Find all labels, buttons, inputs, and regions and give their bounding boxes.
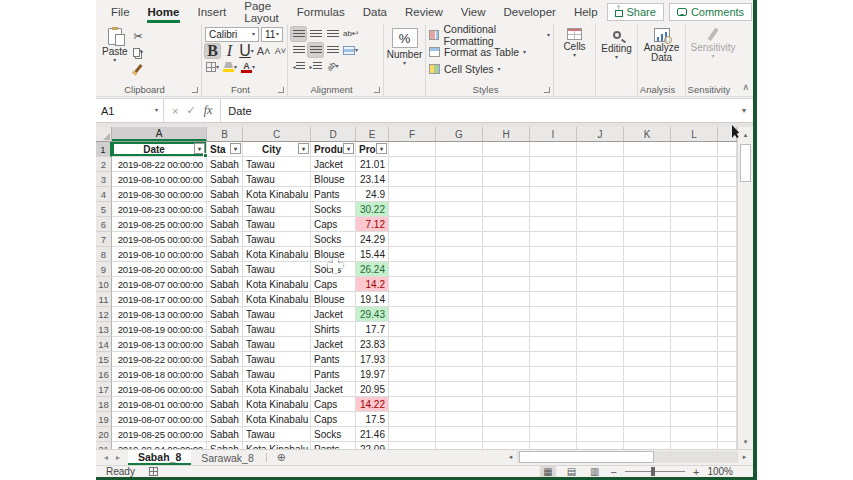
font-color-button[interactable]: A▾: [240, 60, 256, 74]
cell-A15[interactable]: 2019-08-22 00:00:00: [112, 352, 207, 367]
cell-J14[interactable]: [577, 337, 624, 352]
ribbon-tab-insert[interactable]: Insert: [188, 0, 235, 24]
cell-D3[interactable]: Blouse: [311, 172, 356, 187]
cell-D4[interactable]: Pants: [311, 187, 356, 202]
cell-C15[interactable]: Tawau: [243, 352, 311, 367]
cell-D7[interactable]: Socks: [311, 232, 356, 247]
cell-J5[interactable]: [577, 202, 624, 217]
cell-J8[interactable]: [577, 247, 624, 262]
cell-A16[interactable]: 2019-08-18 00:00:00: [112, 367, 207, 382]
cell-F16[interactable]: [389, 367, 436, 382]
merge-center-button[interactable]: ▾: [342, 43, 359, 57]
cell-A3[interactable]: 2019-08-10 00:00:00: [112, 172, 207, 187]
cell-L10[interactable]: [671, 277, 718, 292]
cell-E20[interactable]: 21.46: [356, 427, 389, 442]
cell-I6[interactable]: [530, 217, 577, 232]
cell-C10[interactable]: Kota Kinabalu: [243, 277, 311, 292]
scroll-down-icon[interactable]: ▾: [738, 434, 753, 449]
cell-E9[interactable]: 26.24: [356, 262, 389, 277]
zoom-level[interactable]: 100%: [707, 466, 733, 477]
cell-E3[interactable]: 23.14: [356, 172, 389, 187]
normal-view-icon[interactable]: ▦: [540, 466, 555, 477]
column-header-B[interactable]: B: [207, 127, 243, 141]
cell-M4[interactable]: [718, 187, 737, 202]
cell-B21[interactable]: Sabah: [207, 442, 243, 449]
cell-A11[interactable]: 2019-08-17 00:00:00: [112, 292, 207, 307]
row-header-2[interactable]: 2: [96, 157, 112, 172]
cell-F11[interactable]: [389, 292, 436, 307]
cell-A21[interactable]: 2019-08-04 00:00:00: [112, 442, 207, 449]
cell-M10[interactable]: [718, 277, 737, 292]
cell-E14[interactable]: 23.83: [356, 337, 389, 352]
cell-L20[interactable]: [671, 427, 718, 442]
cell-K13[interactable]: [624, 322, 671, 337]
cell-G17[interactable]: [436, 382, 483, 397]
cell-F12[interactable]: [389, 307, 436, 322]
cell-L2[interactable]: [671, 157, 718, 172]
cell-J10[interactable]: [577, 277, 624, 292]
cell-H17[interactable]: [483, 382, 530, 397]
fill-handle[interactable]: [203, 153, 208, 158]
cell-M1[interactable]: [718, 142, 737, 157]
cell-B14[interactable]: Sabah: [207, 337, 243, 352]
cell-B4[interactable]: Sabah: [207, 187, 243, 202]
cell-F19[interactable]: [389, 412, 436, 427]
vertical-scrollbar[interactable]: ▴ ▾: [737, 127, 753, 449]
cell-I13[interactable]: [530, 322, 577, 337]
cell-D11[interactable]: Blouse: [311, 292, 356, 307]
cell-A12[interactable]: 2019-08-13 00:00:00: [112, 307, 207, 322]
cell-J21[interactable]: [577, 442, 624, 449]
cell-I17[interactable]: [530, 382, 577, 397]
cell-G8[interactable]: [436, 247, 483, 262]
cell-B7[interactable]: Sabah: [207, 232, 243, 247]
zoom-out-icon[interactable]: −: [611, 466, 617, 478]
align-left-button[interactable]: [291, 43, 306, 57]
cell-I2[interactable]: [530, 157, 577, 172]
cell-E18[interactable]: 14.22: [356, 397, 389, 412]
cell-E17[interactable]: 20.95: [356, 382, 389, 397]
cell-H16[interactable]: [483, 367, 530, 382]
cell-L3[interactable]: [671, 172, 718, 187]
grow-font-button[interactable]: A˄: [256, 44, 271, 58]
cell-M15[interactable]: [718, 352, 737, 367]
filter-header-cell-B1[interactable]: Sta▾: [207, 142, 243, 157]
cell-C2[interactable]: Tawau: [243, 157, 311, 172]
cell-D20[interactable]: Socks: [311, 427, 356, 442]
cell-H18[interactable]: [483, 397, 530, 412]
cell-H10[interactable]: [483, 277, 530, 292]
cell-B17[interactable]: Sabah: [207, 382, 243, 397]
cell-J16[interactable]: [577, 367, 624, 382]
cell-H13[interactable]: [483, 322, 530, 337]
row-header-10[interactable]: 10: [96, 277, 112, 292]
editing-button[interactable]: Editing ▾: [598, 27, 635, 83]
cell-H6[interactable]: [483, 217, 530, 232]
cell-D2[interactable]: Jacket: [311, 157, 356, 172]
cell-K12[interactable]: [624, 307, 671, 322]
cell-M21[interactable]: [718, 442, 737, 449]
cell-B15[interactable]: Sabah: [207, 352, 243, 367]
filter-header-cell-C1[interactable]: City▾: [243, 142, 311, 157]
cell-F18[interactable]: [389, 397, 436, 412]
cell-K20[interactable]: [624, 427, 671, 442]
comments-button[interactable]: Comments: [669, 3, 752, 21]
cell-J3[interactable]: [577, 172, 624, 187]
vertical-scroll-thumb[interactable]: [740, 144, 751, 182]
cell-A5[interactable]: 2019-08-23 00:00:00: [112, 202, 207, 217]
cell-G9[interactable]: [436, 262, 483, 277]
column-header-H[interactable]: H: [483, 127, 530, 141]
cell-D18[interactable]: Caps: [311, 397, 356, 412]
cell-A20[interactable]: 2019-08-25 00:00:00: [112, 427, 207, 442]
cell-F4[interactable]: [389, 187, 436, 202]
cell-K15[interactable]: [624, 352, 671, 367]
cell-D19[interactable]: Caps: [311, 412, 356, 427]
cell-F21[interactable]: [389, 442, 436, 449]
cell-L18[interactable]: [671, 397, 718, 412]
cell-F13[interactable]: [389, 322, 436, 337]
cell-D15[interactable]: Pants: [311, 352, 356, 367]
clipboard-dialog-launcher[interactable]: [192, 87, 198, 93]
cancel-icon[interactable]: ×: [172, 105, 178, 117]
cell-styles-button[interactable]: Cell Styles▾: [429, 61, 550, 77]
cell-M13[interactable]: [718, 322, 737, 337]
cell-C12[interactable]: Tawau: [243, 307, 311, 322]
select-all-corner[interactable]: [96, 127, 112, 141]
